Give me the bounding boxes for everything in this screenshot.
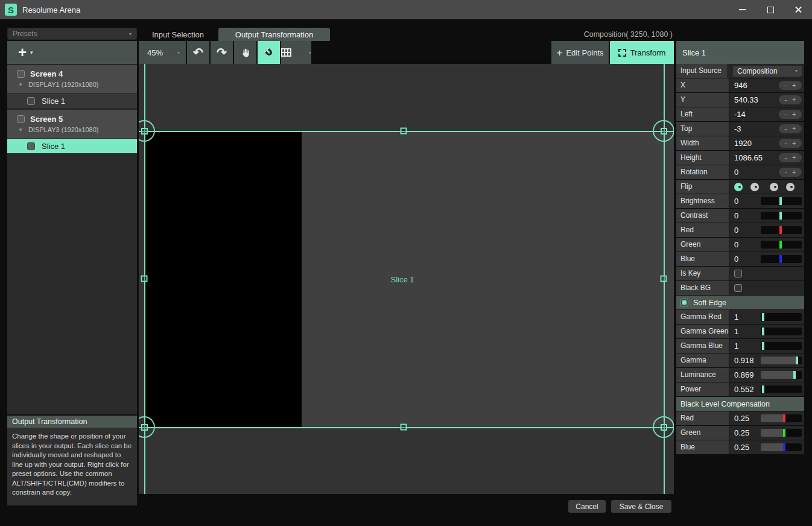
input-source-dropdown[interactable]: Composition ▾ bbox=[733, 66, 802, 77]
cancel-button[interactable]: Cancel bbox=[568, 500, 606, 513]
grid-options-button[interactable]: ▾ bbox=[281, 41, 311, 64]
is-key-checkbox[interactable] bbox=[734, 270, 742, 277]
value-field[interactable]: 0.25 bbox=[734, 414, 749, 423]
slider[interactable] bbox=[761, 414, 802, 422]
corner-handle-bottom-right[interactable] bbox=[653, 416, 674, 438]
value-field[interactable]: 0.918 bbox=[734, 356, 754, 365]
slider[interactable] bbox=[761, 255, 802, 263]
screen-header[interactable]: Screen 4 ▼ DISPLAY1 (1920x1080) bbox=[7, 65, 137, 93]
slider-handle[interactable] bbox=[783, 429, 785, 437]
value-field[interactable]: 0.552 bbox=[734, 385, 754, 394]
collapse-triangle-icon[interactable]: ▼ bbox=[18, 127, 23, 133]
value-field[interactable]: 946 bbox=[734, 81, 747, 90]
slice-row-selected[interactable]: Slice 1 bbox=[7, 139, 137, 153]
maximize-button[interactable] bbox=[756, 0, 784, 19]
slider-handle[interactable] bbox=[762, 313, 764, 321]
slice-row[interactable]: Slice 1 bbox=[7, 93, 137, 108]
close-button[interactable] bbox=[784, 0, 812, 19]
slice-enable-checkbox[interactable] bbox=[27, 142, 35, 150]
edge-handle-right[interactable] bbox=[661, 276, 667, 282]
slider[interactable] bbox=[761, 371, 802, 379]
tab-output-transformation[interactable]: Output Transformation bbox=[218, 28, 330, 41]
value-field[interactable]: 1 bbox=[734, 312, 738, 322]
slider[interactable] bbox=[761, 212, 802, 220]
slider[interactable] bbox=[761, 356, 802, 364]
slice-enable-checkbox[interactable] bbox=[27, 97, 35, 105]
slider-handle[interactable] bbox=[779, 255, 782, 263]
transform-button[interactable]: Transform bbox=[610, 41, 674, 64]
flip-vertical-icon[interactable] bbox=[770, 183, 778, 191]
slider[interactable] bbox=[761, 429, 802, 437]
value-field[interactable]: 0 bbox=[734, 168, 738, 177]
flip-horizontal-icon[interactable] bbox=[750, 183, 759, 191]
value-field[interactable]: 1086.65 bbox=[734, 153, 763, 162]
slider-handle[interactable] bbox=[762, 328, 764, 335]
composition-content-area[interactable] bbox=[144, 131, 302, 427]
undo-button[interactable]: ↶ bbox=[187, 41, 209, 64]
value-field[interactable]: 0 bbox=[734, 197, 738, 206]
value-field[interactable]: 540.33 bbox=[734, 95, 758, 104]
spinner-control[interactable]: -+ bbox=[779, 139, 802, 148]
slider-handle[interactable] bbox=[779, 226, 782, 234]
slider-handle[interactable] bbox=[796, 356, 798, 364]
value-field[interactable]: 1 bbox=[734, 327, 738, 336]
value-field[interactable]: 0 bbox=[734, 240, 738, 249]
tab-input-selection[interactable]: Input Selection bbox=[139, 28, 217, 41]
value-field[interactable]: -3 bbox=[734, 124, 741, 133]
spinner-control[interactable]: -+ bbox=[779, 153, 802, 162]
slider[interactable] bbox=[761, 197, 802, 205]
pan-tool-button[interactable] bbox=[234, 41, 256, 64]
spinner-control[interactable]: -+ bbox=[779, 95, 802, 104]
corner-handle-top-right[interactable] bbox=[653, 120, 674, 142]
edge-handle-bottom[interactable] bbox=[401, 424, 407, 431]
slider[interactable] bbox=[761, 313, 802, 321]
screen-enable-checkbox[interactable] bbox=[17, 70, 25, 78]
slider-handle[interactable] bbox=[762, 342, 764, 350]
screen-enable-checkbox[interactable] bbox=[17, 115, 25, 123]
value-field[interactable]: 0.25 bbox=[734, 443, 749, 452]
save-close-button[interactable]: Save & Close bbox=[611, 500, 671, 513]
transform-icon bbox=[618, 49, 626, 57]
value-field[interactable]: 0.869 bbox=[734, 370, 754, 379]
value-field[interactable]: 1 bbox=[734, 341, 738, 350]
edge-handle-top[interactable] bbox=[401, 128, 407, 135]
slider-handle[interactable] bbox=[793, 371, 796, 379]
flip-both-icon[interactable] bbox=[786, 183, 795, 191]
slider-handle[interactable] bbox=[779, 241, 782, 249]
value-field[interactable]: 0 bbox=[734, 211, 738, 220]
value-field[interactable]: -14 bbox=[734, 110, 746, 119]
value-field[interactable]: 1920 bbox=[734, 139, 752, 148]
snap-tool-button[interactable] bbox=[258, 41, 280, 64]
collapse-triangle-icon[interactable]: ▼ bbox=[18, 82, 23, 87]
spinner-control[interactable]: -+ bbox=[779, 124, 802, 133]
slider[interactable] bbox=[761, 328, 802, 335]
black-bg-checkbox[interactable] bbox=[734, 284, 742, 292]
redo-button[interactable]: ↷ bbox=[211, 41, 233, 64]
slider-handle[interactable] bbox=[783, 443, 785, 451]
soft-edge-checkbox[interactable] bbox=[680, 299, 688, 306]
value-field[interactable]: 0 bbox=[734, 255, 738, 264]
slider-handle[interactable] bbox=[783, 414, 785, 422]
spinner-control[interactable]: -+ bbox=[779, 168, 802, 177]
slider[interactable] bbox=[761, 385, 802, 393]
flip-normal-icon[interactable] bbox=[734, 183, 743, 191]
output-canvas[interactable]: Slice 1 bbox=[139, 64, 674, 494]
slider[interactable] bbox=[761, 226, 802, 234]
minimize-button[interactable] bbox=[729, 0, 756, 19]
spinner-control[interactable]: -+ bbox=[779, 110, 802, 119]
add-slice-button[interactable]: + ▾ bbox=[7, 41, 137, 64]
edge-handle-left[interactable] bbox=[141, 276, 148, 282]
slider-handle[interactable] bbox=[762, 385, 764, 393]
presets-dropdown[interactable]: Presets ▾ bbox=[7, 28, 137, 40]
slider[interactable] bbox=[761, 342, 802, 350]
slider-handle[interactable] bbox=[779, 212, 782, 220]
spinner-control[interactable]: -+ bbox=[779, 81, 802, 90]
value-field[interactable]: 0.25 bbox=[734, 428, 749, 437]
edit-points-button[interactable]: + Edit Points bbox=[551, 41, 609, 64]
slider-handle[interactable] bbox=[779, 197, 782, 205]
screen-header[interactable]: Screen 5 ▼ DISPLAY3 (1920x1080) bbox=[7, 110, 137, 138]
value-field[interactable]: 0 bbox=[734, 226, 738, 235]
slider[interactable] bbox=[761, 241, 802, 249]
zoom-level-dropdown[interactable]: 45% ▾ bbox=[139, 41, 186, 64]
slider[interactable] bbox=[761, 443, 802, 451]
